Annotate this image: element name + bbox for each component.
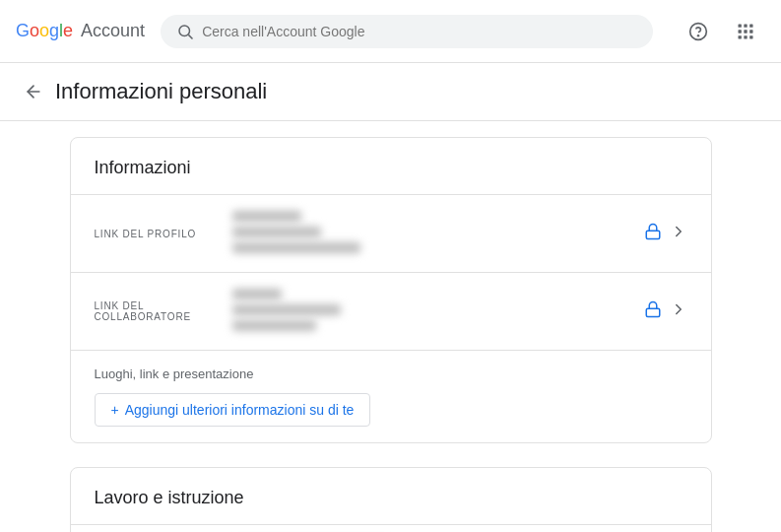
svg-line-1: [189, 34, 193, 38]
account-label: Account: [81, 21, 145, 41]
chevron-right-icon: [670, 223, 687, 245]
link-profilo-label: LINK DEL PROFILO: [95, 229, 232, 239]
formazione-row[interactable]: FORMAZIONE 2014 - 2020 + altri 2: [71, 524, 711, 532]
lock-icon-2: [644, 300, 662, 322]
search-icon: [176, 23, 194, 40]
informazioni-card: Informazioni LINK DEL PROFILO: [70, 137, 712, 443]
svg-rect-14: [646, 231, 660, 238]
search-input[interactable]: [202, 24, 637, 39]
link-collaboratore-value: [232, 289, 644, 334]
svg-rect-11: [744, 35, 747, 38]
search-bar[interactable]: [161, 15, 653, 48]
svg-rect-9: [749, 30, 752, 33]
collaboratore-line3: [232, 320, 316, 331]
help-button[interactable]: [679, 12, 718, 51]
main-content: Informazioni LINK DEL PROFILO: [46, 121, 736, 532]
luoghi-section: Luoghi, link e presentazione + Aggiungi …: [71, 350, 711, 442]
link-collaboratore-actions: [644, 300, 687, 323]
back-button[interactable]: [24, 82, 43, 101]
svg-rect-6: [749, 24, 752, 27]
link-profilo-value: [232, 211, 644, 256]
luoghi-label: Luoghi, link e presentazione: [95, 366, 687, 381]
plus-icon: +: [111, 402, 119, 418]
page-title-bar: Informazioni personali: [0, 63, 781, 121]
profilo-line1: [232, 211, 301, 222]
link-collaboratore-row[interactable]: LINK DEL COLLABORATORE: [71, 272, 711, 350]
header-actions: [679, 12, 765, 51]
apps-button[interactable]: [726, 12, 765, 51]
svg-rect-4: [739, 24, 742, 27]
lavoro-card-title: Lavoro e istruzione: [71, 468, 711, 524]
collaboratore-line1: [232, 289, 282, 299]
svg-rect-12: [749, 35, 752, 38]
svg-rect-5: [744, 24, 747, 27]
lavoro-card: Lavoro e istruzione FORMAZIONE 2014 - 20…: [70, 467, 712, 532]
app-header: Google Account: [0, 0, 781, 63]
logo: Google Account: [16, 21, 145, 41]
link-collaboratore-label: LINK DEL COLLABORATORE: [95, 300, 232, 322]
informazioni-card-title: Informazioni: [71, 138, 711, 194]
svg-rect-10: [739, 35, 742, 38]
add-info-button[interactable]: + Aggiungi ulteriori informazioni su di …: [95, 393, 371, 427]
google-logo: Google: [16, 21, 73, 41]
svg-rect-8: [744, 30, 747, 33]
link-profilo-row[interactable]: LINK DEL PROFILO: [71, 194, 711, 272]
profilo-line2: [232, 227, 321, 237]
page-title: Informazioni personali: [55, 79, 267, 104]
chevron-right-icon-2: [670, 300, 687, 323]
lock-icon: [644, 223, 662, 244]
collaboratore-line2: [232, 304, 341, 315]
svg-rect-7: [739, 30, 742, 33]
svg-point-0: [179, 26, 190, 36]
link-profilo-actions: [644, 223, 687, 245]
add-info-label: Aggiungi ulteriori informazioni su di te: [125, 402, 355, 418]
svg-rect-15: [646, 308, 660, 316]
profilo-line3: [232, 242, 360, 253]
